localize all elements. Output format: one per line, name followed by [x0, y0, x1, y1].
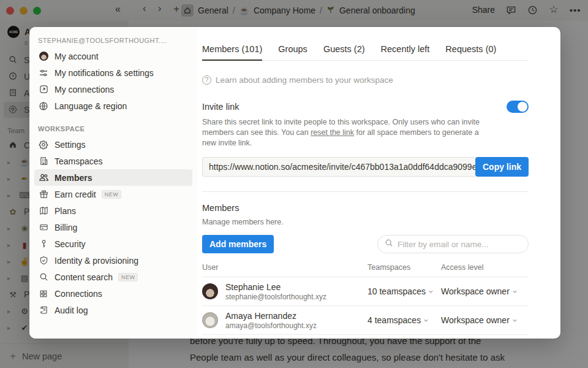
- settings-sidebar: STEPHANIE@TOOLSFORTHOUGHT.... My account…: [29, 27, 197, 339]
- teamspaces-dropdown[interactable]: 4 teamspaces: [368, 315, 441, 325]
- chevron-down-icon: [512, 286, 518, 296]
- user-avatar-icon: [38, 51, 49, 62]
- settings-item-members[interactable]: Members: [34, 169, 192, 186]
- search-icon: [385, 239, 393, 250]
- globe-icon: [38, 101, 49, 112]
- column-header-user: User: [202, 263, 368, 272]
- invite-link-toggle[interactable]: [507, 101, 529, 113]
- settings-item-my-account[interactable]: My account: [34, 48, 192, 64]
- gift-icon: [38, 189, 49, 200]
- column-header-teamspaces: Teamspaces: [368, 263, 441, 272]
- tab-members[interactable]: Members (101): [202, 44, 262, 61]
- teamspaces-dropdown[interactable]: 10 teamspaces: [368, 286, 441, 296]
- section-divider: [202, 191, 529, 192]
- chevron-down-icon: [512, 315, 518, 325]
- settings-modal: STEPHANIE@TOOLSFORTHOUGHT.... My account…: [29, 27, 560, 339]
- search-icon: [38, 272, 49, 283]
- member-email: amaya@toolsforthought.xyz: [225, 321, 317, 330]
- members-section-subtitle: Manage members here.: [202, 218, 529, 226]
- tab-groups[interactable]: Groups: [278, 44, 307, 60]
- map-icon: [38, 205, 49, 217]
- scroll-icon: [38, 305, 49, 316]
- account-email-label: STEPHANIE@TOOLSFORTHOUGHT....: [29, 37, 197, 48]
- screen: « ‹ › + General / ☕ Company Home / Gener…: [0, 0, 588, 368]
- settings-item-identity[interactable]: Identity & provisioning: [34, 252, 192, 269]
- add-members-button[interactable]: Add members: [202, 235, 274, 253]
- help-circle-icon: ?: [202, 75, 211, 85]
- gear-icon: [38, 139, 49, 150]
- members-icon: [38, 172, 49, 183]
- building-icon: [38, 156, 49, 167]
- avatar: [202, 312, 218, 328]
- table-row: Stephanie Lee stephanie@toolsforthought.…: [202, 277, 529, 306]
- member-filter[interactable]: [377, 235, 529, 253]
- key-icon: [38, 239, 49, 250]
- workspace-section-label: WORKSPACE: [29, 114, 197, 136]
- settings-item-earn-credit[interactable]: Earn credit NEW: [34, 186, 192, 202]
- table-row: Amaya Hernandez amaya@toolsforthought.xy…: [202, 306, 529, 335]
- settings-item-billing[interactable]: Billing: [34, 219, 192, 236]
- members-section-title: Members: [202, 203, 529, 213]
- tab-requests[interactable]: Requests (0): [445, 44, 496, 60]
- sliders-icon: [38, 67, 49, 79]
- chevron-down-icon: [428, 286, 434, 296]
- member-name: Amaya Hernandez: [225, 311, 317, 321]
- new-badge: NEW: [118, 273, 138, 282]
- invite-url-field[interactable]: https://www.notion.so/acmesite/invite/c4…: [202, 157, 475, 177]
- reset-link[interactable]: reset the link: [311, 128, 354, 137]
- settings-main-panel: Members (101) Groups Guests (2) Recently…: [197, 27, 560, 339]
- settings-item-connections[interactable]: My connections: [34, 81, 192, 98]
- grid-icon: [38, 288, 49, 299]
- arrow-up-right-box-icon: [38, 84, 49, 95]
- table-row: Liam O'Reilly: [202, 335, 529, 339]
- member-filter-input[interactable]: [398, 240, 521, 249]
- settings-item-connections-ws[interactable]: Connections: [34, 285, 192, 302]
- access-level-dropdown[interactable]: Workspace owner: [441, 315, 529, 325]
- settings-item-plans[interactable]: Plans: [34, 202, 192, 219]
- invite-link-description: Share this secret link to invite people …: [202, 117, 492, 148]
- shield-check-icon: [38, 255, 49, 266]
- member-email: stephanie@toolsforthought.xyz: [225, 293, 326, 301]
- tab-guests[interactable]: Guests (2): [323, 44, 365, 60]
- settings-item-content-search[interactable]: Content search NEW: [34, 269, 192, 285]
- column-header-access: Access level: [441, 263, 529, 272]
- access-level-dropdown[interactable]: Workspace owner: [441, 286, 529, 296]
- members-table: User Teamspaces Access level Stephanie L…: [202, 263, 529, 339]
- tab-recently-left[interactable]: Recently left: [381, 44, 430, 60]
- settings-item-language[interactable]: Language & region: [34, 98, 192, 114]
- settings-item-notifications[interactable]: My notifications & settings: [34, 64, 192, 81]
- members-tabbar: Members (101) Groups Guests (2) Recently…: [202, 44, 529, 61]
- copy-link-button[interactable]: Copy link: [475, 157, 529, 177]
- settings-item-teamspaces[interactable]: Teamspaces: [34, 153, 192, 169]
- credit-card-icon: [38, 222, 49, 233]
- settings-item-security[interactable]: Security: [34, 236, 192, 252]
- settings-item-settings[interactable]: Settings: [34, 136, 192, 153]
- member-name: Stephanie Lee: [225, 282, 326, 292]
- learn-link[interactable]: ? Learn about adding members to your wor…: [202, 75, 529, 85]
- new-badge: NEW: [102, 190, 122, 199]
- table-header: User Teamspaces Access level: [202, 263, 529, 277]
- invite-link-title: Invite link: [202, 102, 239, 112]
- avatar: [202, 283, 218, 299]
- settings-item-audit-log[interactable]: Audit log: [34, 302, 192, 318]
- chevron-down-icon: [423, 315, 429, 325]
- toggle-knob: [518, 102, 527, 112]
